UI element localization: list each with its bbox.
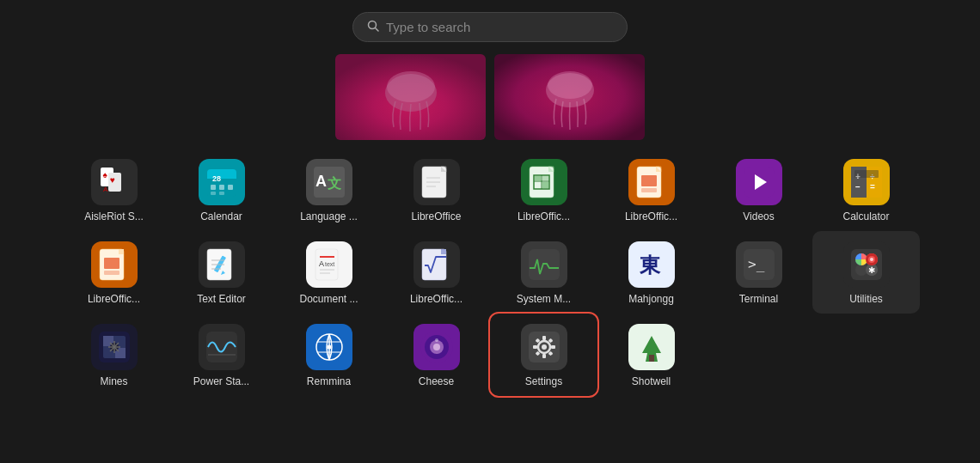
app-label-mahjongg: Mahjongg xyxy=(628,293,674,305)
svg-text:A: A xyxy=(315,173,327,190)
svg-rect-98 xyxy=(206,332,237,362)
app-grid: ♠ ♥ A AisleRiot S... 28 Calendar xyxy=(52,149,928,396)
app-icon-powerstats xyxy=(199,324,245,370)
svg-line-1 xyxy=(376,28,379,32)
svg-rect-40 xyxy=(641,175,657,186)
wallpaper-row xyxy=(335,54,645,140)
app-label-libreoffice: LibreOffice xyxy=(412,210,462,222)
app-icon-mines xyxy=(91,324,138,370)
app-label-utilities: Utilities xyxy=(849,293,883,305)
app-item-calendar[interactable]: 28 Calendar xyxy=(168,149,275,231)
svg-rect-123 xyxy=(649,355,654,362)
app-icon-remmina xyxy=(306,324,352,370)
svg-rect-18 xyxy=(219,185,224,190)
app-icon-libreoffice xyxy=(413,159,460,205)
svg-text:−: − xyxy=(855,182,861,192)
svg-point-4 xyxy=(387,71,435,102)
app-item-aisleriot[interactable]: ♠ ♥ A AisleRiot S... xyxy=(60,149,168,231)
svg-point-105 xyxy=(327,345,331,350)
app-icon-libreoffice-impress2 xyxy=(91,241,138,288)
search-bar[interactable] xyxy=(352,12,628,42)
svg-rect-21 xyxy=(219,192,224,195)
app-item-settings[interactable]: Settings xyxy=(490,314,597,396)
app-item-document[interactable]: A text Document ... xyxy=(275,231,383,314)
search-bar-container xyxy=(352,12,628,42)
app-item-calculator[interactable]: + − ÷ = Calculator xyxy=(812,149,920,231)
app-label-document: Document ... xyxy=(299,293,358,305)
search-input[interactable] xyxy=(386,20,613,34)
app-item-utilities[interactable]: ✱ Utilities xyxy=(812,231,920,314)
app-item-terminal[interactable]: >_ Terminal xyxy=(705,231,812,314)
app-label-calculator: Calculator xyxy=(842,210,889,222)
app-label-shotwell: Shotwell xyxy=(632,375,671,387)
svg-rect-117 xyxy=(551,345,555,349)
svg-text:=: = xyxy=(870,182,875,192)
svg-text:東: 東 xyxy=(640,253,661,277)
app-icon-videos xyxy=(736,159,782,205)
app-item-texteditor[interactable]: Text Editor xyxy=(168,231,275,314)
app-item-remmina[interactable]: Remmina xyxy=(275,314,383,396)
app-item-mahjongg[interactable]: 東 Mahjongg xyxy=(597,231,705,314)
app-label-systemmonitor: System M... xyxy=(517,293,571,305)
app-icon-libreoffice-calc xyxy=(521,159,567,205)
app-item-libreoffice[interactable]: LibreOffice xyxy=(383,149,490,231)
wallpaper-thumb-2[interactable] xyxy=(494,54,645,140)
svg-rect-35 xyxy=(535,176,541,180)
svg-rect-55 xyxy=(104,258,119,269)
app-icon-settings xyxy=(521,324,567,370)
svg-text:♥: ♥ xyxy=(110,175,115,185)
app-item-libreoffice-math[interactable]: LibreOffic... xyxy=(383,231,490,314)
app-icon-utilities: ✱ xyxy=(843,241,890,288)
app-item-language[interactable]: A 文 Language ... xyxy=(275,149,383,231)
svg-text:28: 28 xyxy=(212,174,221,183)
app-item-cheese[interactable]: Cheese xyxy=(383,314,490,396)
svg-text:text: text xyxy=(325,261,334,267)
app-label-mines: Mines xyxy=(100,375,127,387)
app-label-libreoffice-impress: LibreOffic... xyxy=(625,210,677,222)
app-label-cheese: Cheese xyxy=(419,375,454,387)
app-item-libreoffice-impress[interactable]: LibreOffic... xyxy=(597,149,705,231)
app-label-calendar: Calendar xyxy=(200,210,242,222)
app-label-libreoffice-math: LibreOffic... xyxy=(410,293,462,305)
app-label-texteditor: Text Editor xyxy=(197,293,246,305)
svg-text:✱: ✱ xyxy=(868,265,875,275)
svg-rect-36 xyxy=(542,176,548,180)
app-label-powerstats: Power Sta... xyxy=(193,375,249,387)
app-label-aisleriot: AisleRiot S... xyxy=(84,210,144,222)
app-icon-calculator: + − ÷ = xyxy=(843,159,890,205)
app-label-libreoffice-impress2: LibreOffic... xyxy=(88,293,140,305)
svg-rect-52 xyxy=(854,170,879,178)
svg-rect-114 xyxy=(542,336,546,340)
app-item-powerstats[interactable]: Power Sta... xyxy=(168,314,275,396)
app-icon-language: A 文 xyxy=(306,159,352,205)
svg-rect-19 xyxy=(228,185,233,190)
app-icon-shotwell xyxy=(628,324,675,370)
svg-rect-37 xyxy=(542,182,548,188)
app-icon-aisleriot: ♠ ♥ A xyxy=(91,159,138,205)
app-icon-texteditor xyxy=(199,241,245,288)
svg-point-113 xyxy=(542,344,547,350)
app-label-remmina: Remmina xyxy=(307,375,351,387)
app-icon-libreoffice-math xyxy=(413,241,460,288)
svg-rect-78 xyxy=(851,249,882,280)
app-icon-libreoffice-impress xyxy=(628,159,675,205)
svg-point-110 xyxy=(435,338,438,342)
svg-text:>_: >_ xyxy=(748,256,765,272)
app-label-language: Language ... xyxy=(300,210,358,222)
wallpaper-thumb-1[interactable] xyxy=(335,54,486,140)
app-item-mines[interactable]: Mines xyxy=(60,314,168,396)
svg-rect-17 xyxy=(211,185,216,190)
app-icon-calendar: 28 xyxy=(199,159,245,205)
app-item-shotwell[interactable]: Shotwell xyxy=(597,314,705,396)
app-item-videos[interactable]: Videos xyxy=(705,149,812,231)
svg-rect-41 xyxy=(641,188,657,192)
svg-point-81 xyxy=(855,264,867,276)
app-icon-terminal: >_ xyxy=(736,241,782,288)
app-icon-cheese xyxy=(413,324,460,370)
app-item-libreoffice-calc[interactable]: LibreOffic... xyxy=(490,149,597,231)
app-item-systemmonitor[interactable]: System M... xyxy=(490,231,597,314)
svg-point-88 xyxy=(870,258,873,261)
app-icon-systemmonitor xyxy=(521,241,567,288)
app-item-libreoffice-impress2[interactable]: LibreOffic... xyxy=(60,231,168,314)
svg-point-109 xyxy=(433,344,440,350)
